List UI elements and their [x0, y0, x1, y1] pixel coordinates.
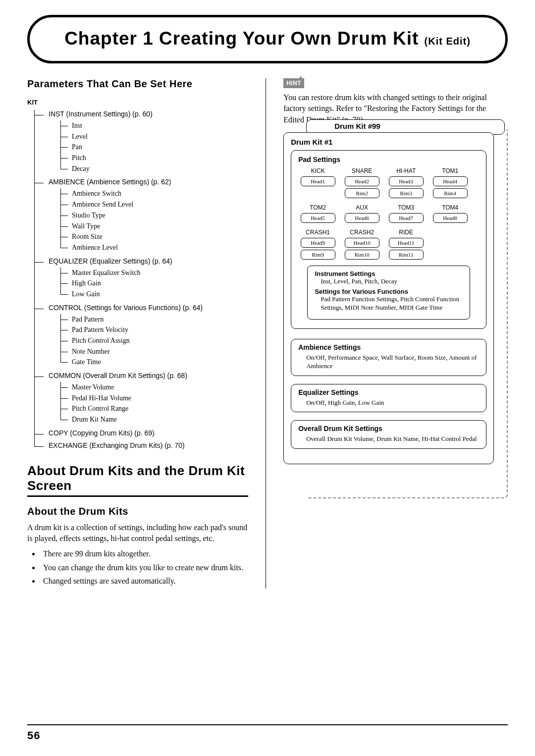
chapter-title-text: Chapter 1 Creating Your Own Drum Kit: [64, 28, 419, 49]
pad-box: Head2: [345, 176, 379, 186]
inst-settings-desc: Inst, Level, Pan, Pitch, Decay: [315, 277, 462, 286]
pad-column: TOM2Head5: [298, 204, 337, 223]
tree-item: Wall Type: [61, 221, 248, 232]
tree-item: Ambience Level: [61, 242, 248, 253]
pad-box: Rim9: [301, 250, 335, 260]
hint-icon: HINT: [283, 78, 304, 88]
pad-row: TOM2Head5AUXHead6TOM3Head7TOM4Head8: [298, 204, 479, 223]
tree-item: Drum Kit Name: [61, 414, 248, 425]
instrument-settings-box: Instrument Settings Inst, Level, Pan, Pi…: [307, 266, 470, 320]
pad-name-label: HI-HAT: [396, 167, 416, 174]
tree-item: Studio Type: [61, 210, 248, 221]
pad-name-label: TOM3: [398, 204, 414, 211]
tree-item: Gate Time: [61, 357, 248, 368]
pad-box: Head10: [345, 238, 379, 248]
tree-item: Pitch Control Range: [61, 403, 248, 414]
pad-row: CRASH1Head9Rim9CRASH2Head10Rim10RIDEHead…: [298, 229, 479, 260]
tree-item: Ambience Send Level: [61, 199, 248, 210]
pad-name-label: CRASH2: [350, 229, 374, 236]
tree-category-title: CONTROL (Settings for Various Functions)…: [49, 304, 203, 312]
tree-item: Pitch Control Assign: [61, 335, 248, 346]
settings-section-desc: Overall Drum Kit Volume, Drum Kit Name, …: [298, 434, 479, 443]
pad-column: TOM4Head8: [430, 204, 470, 223]
pad-name-label: TOM2: [310, 204, 326, 211]
page-number: 56: [27, 729, 40, 742]
tree-category: EXCHANGE (Exchanging Drum Kits) (p. 70): [35, 441, 248, 450]
various-functions-title: Settings for Various Functions: [315, 288, 462, 295]
pad-box: Rim11: [389, 250, 424, 260]
about-heading: About Drum Kits and the Drum Kit Screen: [27, 464, 248, 497]
settings-section-title: Equalizer Settings: [298, 388, 479, 396]
pad-name-label: RIDE: [399, 229, 413, 236]
pad-column: HI-HATHead3Rim3: [386, 167, 426, 198]
pad-box: Head5: [301, 213, 335, 223]
tree-item: Note Number: [61, 346, 248, 357]
inst-settings-title: Instrument Settings: [315, 270, 462, 277]
pad-column: TOM3Head7: [386, 204, 426, 223]
pad-row: KICKHead1SNAREHead2Rim2HI-HATHead3Rim3TO…: [298, 167, 479, 198]
pad-column: [430, 229, 470, 260]
pad-name-label: SNARE: [352, 167, 372, 174]
pad-box: Head1: [301, 176, 335, 186]
pad-name-label: KICK: [311, 167, 325, 174]
column-divider: [266, 78, 266, 589]
pad-name-label: TOM4: [442, 204, 458, 211]
tree-category-title: EQUALIZER (Equalizer Settings) (p. 64): [49, 257, 172, 265]
various-functions-desc: Pad Pattern Function Settings, Pitch Con…: [315, 295, 462, 312]
tree-category: COPY (Copying Drum Kits) (p. 69): [35, 429, 248, 437]
tree-item: Master Equalizer Switch: [61, 268, 248, 278]
drum-kit-1-title: Drum Kit #1: [291, 138, 486, 146]
about-bullet-item: There are 99 drum kits altogether.: [40, 548, 248, 559]
settings-section-box: Equalizer SettingsOn/Off, High Gain, Low…: [291, 384, 486, 413]
tree-category: AMBIENCE (Ambience Settings) (p. 62)Ambi…: [35, 178, 248, 253]
pad-name-label: AUX: [356, 204, 368, 211]
tree-item: Pitch: [61, 153, 248, 163]
tree-item: Master Volume: [61, 382, 248, 393]
settings-section-title: Ambience Settings: [298, 343, 479, 351]
tree-category: COMMON (Overall Drum Kit Settings) (p. 6…: [35, 372, 248, 425]
tree-item: Inst: [61, 120, 248, 131]
tree-category-title: EXCHANGE (Exchanging Drum Kits) (p. 70): [49, 441, 185, 449]
pad-box: Rim10: [345, 250, 379, 260]
tree-category: CONTROL (Settings for Various Functions)…: [35, 304, 248, 368]
pad-box: Rim4: [433, 188, 468, 198]
settings-section-box: Ambience SettingsOn/Off, Performance Spa…: [291, 339, 486, 376]
chapter-subtitle: (Kit Edit): [425, 36, 471, 47]
kit-label: KIT: [27, 99, 248, 106]
tree-item: Ambience Switch: [61, 188, 248, 199]
tree-item: High Gain: [61, 278, 248, 289]
pad-settings-title: Pad Settings: [298, 156, 479, 163]
tree-category-title: COMMON (Overall Drum Kit Settings) (p. 6…: [49, 372, 187, 379]
pad-name-label: CRASH1: [306, 229, 330, 236]
pad-column: TOM1Head4Rim4: [430, 167, 470, 198]
pad-box: Head8: [433, 213, 468, 223]
pad-box: Head6: [345, 213, 379, 223]
pad-settings-box: Pad Settings KICKHead1SNAREHead2Rim2HI-H…: [291, 150, 486, 329]
right-column: HINT You can restore drum kits with chan…: [283, 78, 508, 589]
pad-box: Rim2: [345, 188, 379, 198]
pad-box: Head11: [389, 238, 424, 248]
tree-category-title: COPY (Copying Drum Kits) (p. 69): [49, 429, 155, 437]
pad-column: KICKHead1: [298, 167, 337, 198]
about-bullet-item: You can change the drum kits you like to…: [40, 562, 248, 573]
pad-column: SNAREHead2Rim2: [342, 167, 381, 198]
settings-section-desc: On/Off, High Gain, Low Gain: [298, 398, 479, 407]
drum-kit-99-title: Drum Kit #99: [334, 122, 496, 130]
tree-item: Low Gain: [61, 289, 248, 300]
pad-name-label: TOM1: [442, 167, 458, 174]
tree-category-title: INST (Instrument Settings) (p. 60): [49, 110, 153, 118]
drum-kit-diagram: Drum Kit #99 Drum Kit #1 Pad Settings KI…: [283, 132, 508, 464]
parameters-heading: Parameters That Can Be Set Here: [27, 78, 248, 90]
tree-item: Pan: [61, 142, 248, 153]
tree-item: Room Size: [61, 231, 248, 242]
settings-section-box: Overall Drum Kit SettingsOverall Drum Ki…: [291, 420, 486, 449]
settings-section-title: Overall Drum Kit Settings: [298, 425, 479, 432]
about-bullet-item: Changed settings are saved automatically…: [40, 575, 248, 587]
parameter-tree: INST (Instrument Settings) (p. 60)InstLe…: [27, 110, 248, 450]
pad-column: RIDEHead11Rim11: [386, 229, 426, 260]
chapter-title-box: Chapter 1 Creating Your Own Drum Kit (Ki…: [27, 15, 508, 63]
footer-rule: [27, 724, 508, 725]
pad-column: CRASH1Head9Rim9: [298, 229, 337, 260]
tree-item: Level: [61, 131, 248, 142]
pad-box: Head7: [389, 213, 424, 223]
